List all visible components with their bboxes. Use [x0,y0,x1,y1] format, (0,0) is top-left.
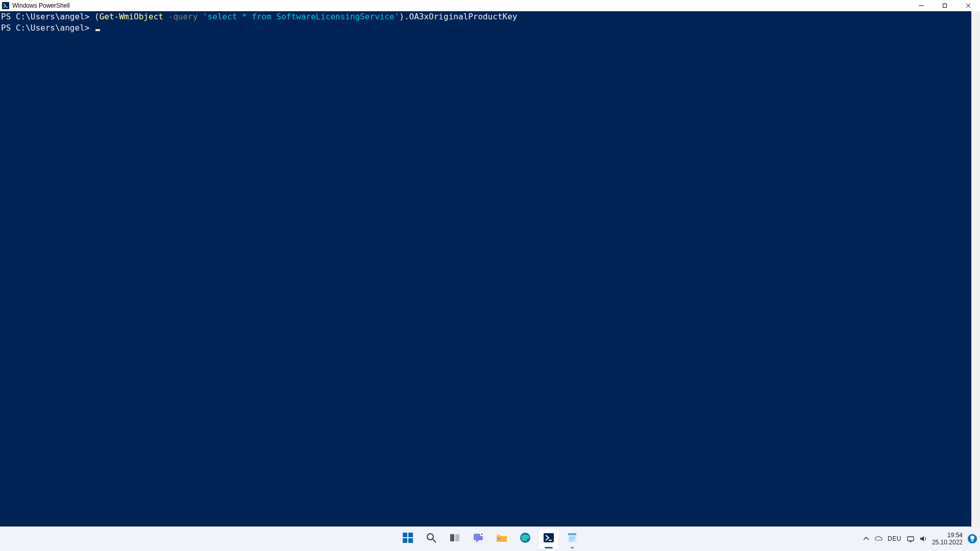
svg-rect-7 [450,534,454,541]
task-view-icon [449,532,461,546]
terminal-cursor [95,29,100,31]
file-explorer-icon [496,532,508,546]
taskbar-center [398,527,582,551]
svg-point-6 [427,534,433,540]
svg-rect-1 [943,4,947,8]
svg-rect-4 [403,538,407,543]
cmd-tail: ).OA3xOriginalProductKey [399,12,517,21]
cmd-param: -query [168,12,198,21]
svg-rect-2 [403,533,407,537]
cmd-cmdlet: Get-WmiObject [100,12,163,21]
powershell-taskbar-icon [543,532,555,546]
clock-time: 19:54 [932,532,963,539]
powershell-button[interactable] [538,529,559,549]
title-bar-left: Windows PowerShell [0,2,70,9]
close-button[interactable] [957,0,980,11]
powershell-icon [2,2,9,9]
task-view-button[interactable] [445,529,465,549]
chat-icon [472,532,484,546]
svg-rect-19 [971,540,973,541]
powershell-window: Windows PowerShell PS C:\Users\angel> (G… [0,0,980,532]
maximize-button[interactable] [933,0,957,11]
tray-overflow-button[interactable] [862,535,870,543]
tray-icons-group [862,535,883,543]
svg-rect-12 [498,538,500,539]
cmd-open-paren: ( [94,12,100,21]
window-controls [910,0,980,11]
svg-rect-17 [908,537,914,541]
prompt-line1: PS C:\Users\angel> [1,12,94,21]
volume-icon[interactable] [919,535,927,543]
svg-rect-8 [455,534,459,541]
windows-tips-icon[interactable] [968,534,977,543]
language-indicator[interactable]: DEU [888,535,901,542]
edge-icon [519,532,531,546]
window-title: Windows PowerShell [12,2,70,9]
search-button[interactable] [421,529,442,549]
terminal-area[interactable]: PS C:\Users\angel> (Get-WmiObject -query… [0,11,980,532]
taskbar: DEU 19:54 25.10.2022 [0,527,980,551]
prompt-line2: PS C:\Users\angel> [1,23,94,33]
windows-start-icon [402,532,414,546]
notepad-icon [566,532,578,546]
notepad-button[interactable] [562,529,582,549]
cmd-string: 'select * from SoftwareLicensingService' [203,12,399,21]
terminal-scrollbar[interactable] [971,11,980,532]
search-icon [425,532,437,546]
tray-status-group[interactable] [906,535,927,543]
svg-rect-16 [568,533,576,535]
title-bar[interactable]: Windows PowerShell [0,0,980,11]
minimize-button[interactable] [910,0,933,11]
edge-button[interactable] [515,529,535,549]
clock-date: 25.10.2022 [932,539,963,546]
system-tray: DEU 19:54 25.10.2022 [862,527,977,551]
network-icon[interactable] [906,535,915,543]
onedrive-icon[interactable] [874,535,883,543]
svg-rect-5 [408,538,413,543]
start-button[interactable] [398,529,418,549]
clock[interactable]: 19:54 25.10.2022 [932,532,963,546]
chat-button[interactable] [468,529,488,549]
svg-rect-3 [408,533,413,537]
file-explorer-button[interactable] [492,529,512,549]
